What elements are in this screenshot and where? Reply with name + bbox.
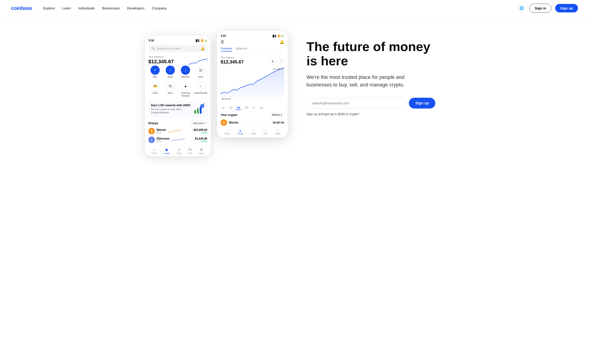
- nav-assets[interactable]: ◉ Assets: [164, 147, 170, 155]
- tab-balances[interactable]: Balances: [236, 47, 247, 52]
- phone1: 3:18 ▐▌▌ 📶 🔋 🔍 Search for an asset 🔔 You…: [145, 35, 211, 156]
- bell2-icon[interactable]: 🔔: [279, 40, 284, 44]
- phone2: 3:57 ▐▌▌ 📶 🔋 ☰ 🔔 Overview Balances Your …: [217, 30, 288, 138]
- earn-label: Earn: [168, 92, 172, 95]
- nav-earn[interactable]: % Earn: [188, 147, 192, 155]
- eth-ticker: ETH: [157, 140, 169, 143]
- receive-label: Receive: [181, 76, 190, 78]
- tab-1m[interactable]: 1M: [244, 106, 249, 110]
- nav-individuals[interactable]: Individuals: [79, 6, 95, 10]
- btc-info: Bitcoin BTC: [157, 128, 166, 134]
- p2-home-icon: ⌂: [226, 130, 228, 132]
- action-learning[interactable]: ◆ Learning rewards: [179, 82, 192, 97]
- action-receive[interactable]: ↓ Receive: [179, 65, 192, 78]
- phone1-actions2: 💳 Card % Earn ◆ Learning rewards ✓ Invit…: [148, 82, 207, 97]
- price-chart: $12,345.67 $8,653.88: [221, 67, 284, 104]
- eth-price: $1,645.90: [195, 137, 207, 140]
- balance-dropdown[interactable]: Balance ▾: [270, 113, 284, 117]
- p2-nav-earn[interactable]: % Earn: [264, 130, 268, 135]
- home-label: Home: [152, 152, 157, 154]
- tab-1w[interactable]: 1W: [236, 106, 241, 110]
- action-invite[interactable]: ✓ Invite friends: [194, 82, 207, 97]
- svg-rect-2: [200, 107, 202, 114]
- tab-1y[interactable]: 1Y: [252, 106, 256, 110]
- upload-button[interactable]: ↑: [278, 58, 284, 65]
- btc-price: $23,005.64: [193, 128, 207, 131]
- tab-overview[interactable]: Overview: [221, 47, 232, 52]
- btc-row: ₿ Bitcoin BTC $23,005.64 ↑ 1.38%: [148, 128, 207, 134]
- nav-web3[interactable]: ⊕ Web3: [199, 147, 204, 155]
- chevron-down2-icon: ▾: [281, 114, 282, 116]
- card-label: Card: [152, 92, 158, 95]
- nav-trade[interactable]: ↗ Trade: [176, 147, 182, 155]
- phone2-balance-label: Your balance: [221, 56, 244, 59]
- p2-web3-label: Web3: [275, 132, 280, 135]
- signup-button-hero[interactable]: Sign up: [409, 98, 435, 109]
- action-buy[interactable]: + Buy: [148, 65, 162, 78]
- chart-label-low: $8,653.88: [222, 98, 231, 100]
- mini-chart: [189, 59, 207, 65]
- logo[interactable]: coinbase: [11, 5, 32, 11]
- phone1-bottom-nav: ⌂ Home ◉ Assets ↗ Trade % Earn ⊕ Web3: [148, 145, 207, 155]
- navbar: coinbase Explore Learn Individuals Busin…: [0, 0, 589, 17]
- svg-rect-0: [194, 110, 196, 114]
- action-send[interactable]: ↑ Send: [164, 65, 177, 78]
- signup-button-nav[interactable]: Sign up: [555, 4, 578, 13]
- close-icon[interactable]: ✕: [203, 102, 205, 105]
- nav-explore[interactable]: Explore: [43, 6, 55, 10]
- web3-label: Web3: [199, 152, 204, 155]
- signal-icon: ▐▌▌: [195, 39, 200, 42]
- phone2-balance-row: Your balance $12,345.67 ℹ ↑: [221, 56, 284, 66]
- nav-company[interactable]: Company: [152, 6, 166, 10]
- send-icon: ↑: [166, 65, 175, 75]
- assets-icon: ◉: [165, 147, 168, 152]
- tab-1h[interactable]: 1H: [221, 106, 225, 110]
- tab-1d[interactable]: 1D: [228, 106, 233, 110]
- action-earn[interactable]: % Earn: [164, 82, 177, 97]
- p2-assets-icon: ◉: [239, 130, 241, 132]
- tab-all[interactable]: ALL: [259, 106, 265, 110]
- btc2-info: Bitcoin: [229, 121, 238, 124]
- action-scan[interactable]: ⊡ Scan: [194, 65, 207, 78]
- eth-price-block: $1,645.90 ↑ 1.85%: [195, 137, 207, 143]
- phone1-search[interactable]: 🔍 Search for an asset 🔔: [148, 45, 207, 52]
- phone2-balance: $12,345.67: [221, 59, 244, 65]
- btc-name: Bitcoin: [157, 128, 166, 131]
- trade-icon: ↗: [177, 147, 180, 152]
- p2-nav-assets[interactable]: ◉ Assets: [237, 130, 243, 135]
- assets-label: Assets: [164, 152, 170, 155]
- info-button[interactable]: ℹ: [269, 58, 276, 65]
- nav-learn[interactable]: Learn: [62, 6, 71, 10]
- hamburger-icon[interactable]: ☰: [221, 40, 224, 44]
- email-input[interactable]: [306, 98, 406, 109]
- your-crypto-header: Your crypto Balance ▾: [221, 113, 284, 117]
- p2-nav-home[interactable]: ⌂ Home: [224, 130, 230, 135]
- action-card[interactable]: 💳 Card: [148, 82, 162, 97]
- phone1-balance-section: Your balance $12,345.67: [148, 55, 207, 65]
- chart-label-high: $12,345.67: [273, 68, 283, 70]
- p2-nav-web3[interactable]: ⊕ Web3: [275, 130, 280, 135]
- btc-price-block: $23,005.64 ↑ 1.38%: [193, 128, 207, 134]
- prices-header: Prices Watchlist ▾: [148, 121, 207, 126]
- learning-icon: ◆: [181, 82, 190, 91]
- nav-home[interactable]: ⌂ Home: [152, 147, 157, 155]
- chart-svg: [221, 67, 284, 100]
- watchlist-button[interactable]: Watchlist ▾: [191, 121, 207, 126]
- chart-time-tabs: 1H 1D 1W 1M 1Y ALL: [221, 106, 284, 110]
- p2-nav-trade[interactable]: ↗ Trade: [251, 130, 256, 135]
- globe-button[interactable]: 🌐: [517, 4, 526, 13]
- p2-home-label: Home: [224, 132, 230, 135]
- search-icon: 🔍: [151, 47, 155, 50]
- search-placeholder: Search for an asset: [156, 47, 180, 50]
- nav-developers[interactable]: Developers: [127, 6, 145, 10]
- eth-change: ↑ 1.85%: [195, 140, 207, 143]
- phone2-time: 3:57: [221, 34, 226, 38]
- battery-icon: 🔋: [205, 39, 207, 42]
- nav-businesses[interactable]: Businesses: [102, 6, 120, 10]
- eth-icon: Ξ: [148, 136, 155, 143]
- signin-button[interactable]: Sign in: [529, 4, 551, 13]
- btc-change: ↑ 1.38%: [193, 131, 207, 134]
- your-crypto-title: Your crypto: [221, 113, 237, 117]
- prices-section: Prices Watchlist ▾ ₿ Bitcoin BTC: [148, 121, 207, 143]
- promo-content: Earn 1.5% rewards with USDC Put your ass…: [151, 104, 191, 114]
